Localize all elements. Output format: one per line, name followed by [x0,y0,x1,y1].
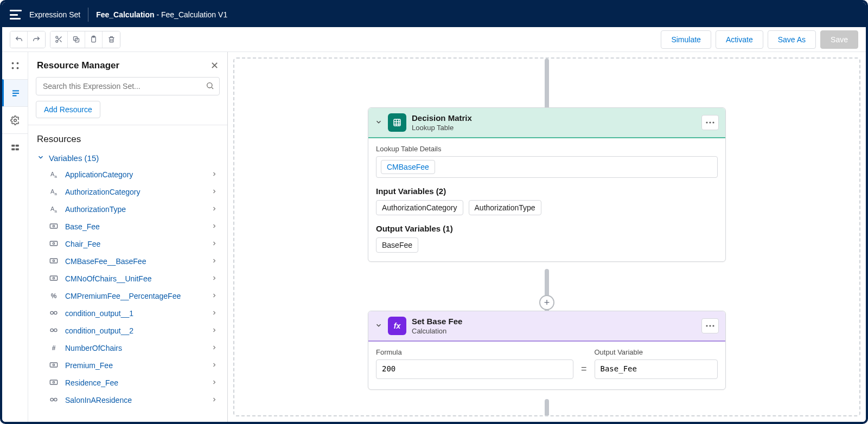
svg-point-32 [50,398,53,401]
rail-components-icon[interactable] [2,52,28,79]
variable-row[interactable]: SalonInAResidence [34,391,222,409]
variables-toggle[interactable]: Variables (15) [34,150,222,166]
svg-rect-34 [394,119,400,126]
output-variable-input[interactable] [595,359,718,379]
activate-button[interactable]: Activate [716,30,763,49]
rail-resources-icon[interactable] [2,79,28,106]
equals-icon: = [581,355,587,375]
fx-icon: fx [388,317,406,335]
undo-button[interactable] [10,31,28,48]
variable-row[interactable]: Base_Fee [34,218,222,235]
variable-row[interactable]: Residence_Fee [34,374,222,391]
connector [545,59,549,111]
copy-button[interactable] [68,31,85,48]
calculation-node[interactable]: fx Set Base Fee Calculation [368,311,726,390]
svg-rect-28 [50,363,57,367]
app-menu-icon[interactable] [10,10,22,20]
node-title: Set Base Fee [412,317,462,326]
chevron-right-icon [211,395,218,405]
chevron-right-icon [211,187,218,197]
chevron-right-icon [211,239,218,249]
variable-name: AuthorizationType [65,205,126,214]
lookup-details-label: Lookup Table Details [376,145,718,153]
chevron-right-icon [211,309,218,318]
node-menu-button[interactable] [701,318,719,333]
formula-label: Formula [376,348,573,356]
rail-settings-icon[interactable] [2,106,28,133]
svg-point-9 [16,67,18,69]
add-step-button[interactable]: + [539,295,554,310]
svg-point-0 [56,36,58,38]
svg-point-27 [54,329,57,331]
svg-point-31 [53,381,54,383]
variable-row[interactable]: #NumberOfChairs [34,339,222,357]
collapse-icon[interactable] [375,322,382,331]
variable-row[interactable]: AaApplicationCategory [34,166,222,183]
redo-button[interactable] [28,31,45,48]
delete-button[interactable] [103,31,120,48]
app-title: Expression Set [29,10,80,19]
add-resource-button[interactable]: Add Resource [36,101,100,118]
variable-name: CMPremiumFee__PercentageFee [65,292,181,300]
svg-point-15 [207,83,212,88]
save-as-button[interactable]: Save As [768,30,816,49]
variables-heading: Variables (15) [49,153,99,163]
svg-rect-20 [50,259,57,263]
input-variable-chip[interactable]: AuthorizationType [469,200,541,215]
variable-name: SalonInAResidence [65,396,132,404]
svg-point-7 [16,62,18,65]
variable-row[interactable]: %CMPremiumFee__PercentageFee [34,287,222,305]
variable-row[interactable]: condition_output__1 [34,305,222,322]
search-input[interactable] [36,77,220,95]
svg-point-29 [53,364,54,365]
node-subtitle: Lookup Table [412,124,472,132]
svg-point-33 [54,398,57,401]
variable-row[interactable]: AaAuthorizationCategory [34,183,222,201]
cut-button[interactable] [50,31,68,48]
lookup-table-link[interactable]: CMBaseFee [381,160,435,174]
canvas[interactable]: Decision Matrix Lookup Table Lookup Tabl… [228,52,866,422]
variable-row[interactable]: CMNoOfChairs__UnitFee [34,270,222,287]
svg-rect-12 [15,144,18,146]
paste-button[interactable] [85,31,103,48]
variable-type-icon [49,379,59,387]
svg-rect-14 [15,148,18,150]
variable-name: CMNoOfChairs__UnitFee [65,274,152,283]
close-icon[interactable]: ✕ [210,60,219,72]
outputs-heading: Output Variables (1) [376,224,718,233]
save-button[interactable]: Save [820,30,858,49]
variable-type-icon [49,310,59,318]
svg-point-26 [50,329,53,331]
rail-data-icon[interactable] [2,133,28,160]
document-title: Fee_Calculation - Fee_Calculation V1 [96,10,227,19]
simulate-button[interactable]: Simulate [661,30,711,49]
table-icon [388,113,406,132]
decision-matrix-node[interactable]: Decision Matrix Lookup Table Lookup Tabl… [368,107,726,262]
svg-rect-16 [50,224,57,228]
variable-type-icon [49,275,59,283]
history-group [10,31,46,48]
inputs-heading: Input Variables (2) [376,187,718,196]
svg-rect-18 [50,241,57,246]
lookup-details-field[interactable]: CMBaseFee [376,156,718,178]
variable-row[interactable]: Chair_Fee [34,235,222,253]
collapse-icon[interactable] [375,118,382,127]
output-variable-label: Output Variable [595,348,718,356]
node-subtitle: Calculation [412,327,462,335]
variable-type-icon: Aa [49,205,59,214]
formula-input[interactable] [376,359,573,379]
variable-row[interactable]: Premium_Fee [34,357,222,374]
variable-row[interactable]: AaAuthorizationType [34,201,222,218]
node-menu-button[interactable] [701,115,719,130]
chevron-right-icon [211,291,218,301]
panel-title: Resource Manager [37,60,119,71]
variable-type-icon: Aa [49,170,59,179]
variable-row[interactable]: condition_output__2 [34,322,222,339]
svg-point-23 [53,277,54,279]
variable-row[interactable]: CMBaseFee__BaseFee [34,253,222,270]
output-variable-chip[interactable]: BaseFee [376,237,418,253]
svg-point-38 [706,325,707,326]
input-variable-chip[interactable]: AuthorizationCategory [376,200,463,215]
chevron-right-icon [211,378,218,388]
left-rail [2,52,28,422]
